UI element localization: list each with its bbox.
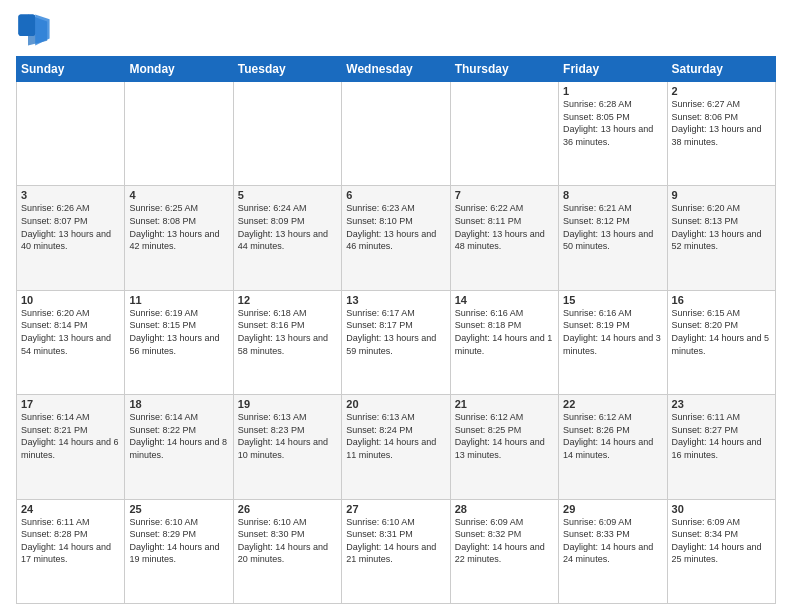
day-number: 10 [21, 294, 120, 306]
week-row-4: 17Sunrise: 6:14 AM Sunset: 8:21 PM Dayli… [17, 395, 776, 499]
weekday-header-wednesday: Wednesday [342, 57, 450, 82]
day-number: 18 [129, 398, 228, 410]
day-cell: 22Sunrise: 6:12 AM Sunset: 8:26 PM Dayli… [559, 395, 667, 499]
day-number: 5 [238, 189, 337, 201]
day-info: Sunrise: 6:26 AM Sunset: 8:07 PM Dayligh… [21, 202, 120, 252]
day-info: Sunrise: 6:10 AM Sunset: 8:31 PM Dayligh… [346, 516, 445, 566]
day-info: Sunrise: 6:09 AM Sunset: 8:33 PM Dayligh… [563, 516, 662, 566]
day-info: Sunrise: 6:12 AM Sunset: 8:26 PM Dayligh… [563, 411, 662, 461]
day-info: Sunrise: 6:13 AM Sunset: 8:23 PM Dayligh… [238, 411, 337, 461]
day-number: 19 [238, 398, 337, 410]
day-cell [125, 82, 233, 186]
day-number: 12 [238, 294, 337, 306]
day-cell: 25Sunrise: 6:10 AM Sunset: 8:29 PM Dayli… [125, 499, 233, 603]
weekday-header-tuesday: Tuesday [233, 57, 341, 82]
day-info: Sunrise: 6:10 AM Sunset: 8:30 PM Dayligh… [238, 516, 337, 566]
weekday-header-monday: Monday [125, 57, 233, 82]
weekday-header-thursday: Thursday [450, 57, 558, 82]
day-number: 8 [563, 189, 662, 201]
day-cell: 21Sunrise: 6:12 AM Sunset: 8:25 PM Dayli… [450, 395, 558, 499]
day-number: 7 [455, 189, 554, 201]
day-number: 29 [563, 503, 662, 515]
day-cell: 20Sunrise: 6:13 AM Sunset: 8:24 PM Dayli… [342, 395, 450, 499]
day-cell [17, 82, 125, 186]
day-number: 2 [672, 85, 771, 97]
day-number: 17 [21, 398, 120, 410]
day-info: Sunrise: 6:24 AM Sunset: 8:09 PM Dayligh… [238, 202, 337, 252]
day-number: 21 [455, 398, 554, 410]
day-number: 25 [129, 503, 228, 515]
day-number: 28 [455, 503, 554, 515]
day-info: Sunrise: 6:20 AM Sunset: 8:13 PM Dayligh… [672, 202, 771, 252]
day-number: 3 [21, 189, 120, 201]
day-info: Sunrise: 6:20 AM Sunset: 8:14 PM Dayligh… [21, 307, 120, 357]
day-cell: 18Sunrise: 6:14 AM Sunset: 8:22 PM Dayli… [125, 395, 233, 499]
header [16, 12, 776, 48]
day-number: 27 [346, 503, 445, 515]
week-row-1: 1Sunrise: 6:28 AM Sunset: 8:05 PM Daylig… [17, 82, 776, 186]
day-info: Sunrise: 6:15 AM Sunset: 8:20 PM Dayligh… [672, 307, 771, 357]
day-number: 22 [563, 398, 662, 410]
day-cell: 13Sunrise: 6:17 AM Sunset: 8:17 PM Dayli… [342, 290, 450, 394]
day-info: Sunrise: 6:22 AM Sunset: 8:11 PM Dayligh… [455, 202, 554, 252]
day-cell: 9Sunrise: 6:20 AM Sunset: 8:13 PM Daylig… [667, 186, 775, 290]
day-cell: 19Sunrise: 6:13 AM Sunset: 8:23 PM Dayli… [233, 395, 341, 499]
day-cell: 27Sunrise: 6:10 AM Sunset: 8:31 PM Dayli… [342, 499, 450, 603]
day-number: 1 [563, 85, 662, 97]
day-cell: 5Sunrise: 6:24 AM Sunset: 8:09 PM Daylig… [233, 186, 341, 290]
day-cell: 6Sunrise: 6:23 AM Sunset: 8:10 PM Daylig… [342, 186, 450, 290]
day-cell: 28Sunrise: 6:09 AM Sunset: 8:32 PM Dayli… [450, 499, 558, 603]
day-number: 30 [672, 503, 771, 515]
day-info: Sunrise: 6:19 AM Sunset: 8:15 PM Dayligh… [129, 307, 228, 357]
day-number: 26 [238, 503, 337, 515]
day-cell: 16Sunrise: 6:15 AM Sunset: 8:20 PM Dayli… [667, 290, 775, 394]
weekday-header-saturday: Saturday [667, 57, 775, 82]
day-cell: 24Sunrise: 6:11 AM Sunset: 8:28 PM Dayli… [17, 499, 125, 603]
day-cell: 8Sunrise: 6:21 AM Sunset: 8:12 PM Daylig… [559, 186, 667, 290]
day-info: Sunrise: 6:09 AM Sunset: 8:34 PM Dayligh… [672, 516, 771, 566]
day-cell [233, 82, 341, 186]
day-cell: 26Sunrise: 6:10 AM Sunset: 8:30 PM Dayli… [233, 499, 341, 603]
day-cell: 7Sunrise: 6:22 AM Sunset: 8:11 PM Daylig… [450, 186, 558, 290]
day-info: Sunrise: 6:16 AM Sunset: 8:18 PM Dayligh… [455, 307, 554, 357]
day-info: Sunrise: 6:28 AM Sunset: 8:05 PM Dayligh… [563, 98, 662, 148]
day-info: Sunrise: 6:14 AM Sunset: 8:22 PM Dayligh… [129, 411, 228, 461]
weekday-header-row: SundayMondayTuesdayWednesdayThursdayFrid… [17, 57, 776, 82]
day-info: Sunrise: 6:25 AM Sunset: 8:08 PM Dayligh… [129, 202, 228, 252]
day-cell: 10Sunrise: 6:20 AM Sunset: 8:14 PM Dayli… [17, 290, 125, 394]
day-cell: 3Sunrise: 6:26 AM Sunset: 8:07 PM Daylig… [17, 186, 125, 290]
day-info: Sunrise: 6:17 AM Sunset: 8:17 PM Dayligh… [346, 307, 445, 357]
day-number: 16 [672, 294, 771, 306]
day-info: Sunrise: 6:21 AM Sunset: 8:12 PM Dayligh… [563, 202, 662, 252]
day-info: Sunrise: 6:11 AM Sunset: 8:28 PM Dayligh… [21, 516, 120, 566]
day-cell [450, 82, 558, 186]
day-info: Sunrise: 6:16 AM Sunset: 8:19 PM Dayligh… [563, 307, 662, 357]
week-row-3: 10Sunrise: 6:20 AM Sunset: 8:14 PM Dayli… [17, 290, 776, 394]
weekday-header-friday: Friday [559, 57, 667, 82]
day-cell: 4Sunrise: 6:25 AM Sunset: 8:08 PM Daylig… [125, 186, 233, 290]
day-cell: 1Sunrise: 6:28 AM Sunset: 8:05 PM Daylig… [559, 82, 667, 186]
calendar: SundayMondayTuesdayWednesdayThursdayFrid… [16, 56, 776, 604]
week-row-5: 24Sunrise: 6:11 AM Sunset: 8:28 PM Dayli… [17, 499, 776, 603]
day-cell: 2Sunrise: 6:27 AM Sunset: 8:06 PM Daylig… [667, 82, 775, 186]
day-cell: 14Sunrise: 6:16 AM Sunset: 8:18 PM Dayli… [450, 290, 558, 394]
day-number: 9 [672, 189, 771, 201]
day-info: Sunrise: 6:27 AM Sunset: 8:06 PM Dayligh… [672, 98, 771, 148]
day-info: Sunrise: 6:18 AM Sunset: 8:16 PM Dayligh… [238, 307, 337, 357]
day-cell: 30Sunrise: 6:09 AM Sunset: 8:34 PM Dayli… [667, 499, 775, 603]
day-number: 6 [346, 189, 445, 201]
day-cell: 11Sunrise: 6:19 AM Sunset: 8:15 PM Dayli… [125, 290, 233, 394]
day-cell: 29Sunrise: 6:09 AM Sunset: 8:33 PM Dayli… [559, 499, 667, 603]
day-number: 15 [563, 294, 662, 306]
logo [16, 12, 56, 48]
logo-icon [16, 12, 52, 48]
day-number: 24 [21, 503, 120, 515]
day-number: 23 [672, 398, 771, 410]
day-number: 20 [346, 398, 445, 410]
day-info: Sunrise: 6:10 AM Sunset: 8:29 PM Dayligh… [129, 516, 228, 566]
day-info: Sunrise: 6:09 AM Sunset: 8:32 PM Dayligh… [455, 516, 554, 566]
day-info: Sunrise: 6:11 AM Sunset: 8:27 PM Dayligh… [672, 411, 771, 461]
week-row-2: 3Sunrise: 6:26 AM Sunset: 8:07 PM Daylig… [17, 186, 776, 290]
day-info: Sunrise: 6:14 AM Sunset: 8:21 PM Dayligh… [21, 411, 120, 461]
day-number: 4 [129, 189, 228, 201]
